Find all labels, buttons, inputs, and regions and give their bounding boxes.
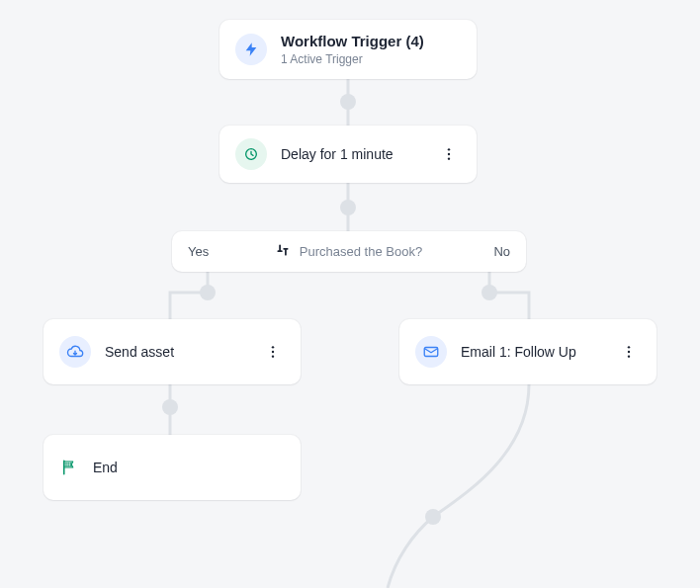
no-label: No [493, 244, 510, 259]
svg-point-14 [272, 351, 274, 353]
svg-point-1 [340, 94, 356, 110]
condition-icon [276, 243, 290, 260]
condition-no-branch[interactable]: No [478, 231, 526, 272]
condition-center: Purchased the Book? [172, 231, 526, 272]
end-node[interactable]: End [44, 435, 301, 500]
send-asset-node[interactable]: Send asset [44, 319, 301, 384]
svg-point-15 [272, 355, 274, 357]
condition-question: Purchased the Book? [300, 244, 422, 259]
send-asset-label: Send asset [105, 344, 174, 360]
delay-label: Delay for 1 minute [281, 146, 394, 162]
svg-point-12 [448, 157, 450, 159]
svg-point-18 [628, 351, 630, 353]
end-label: End [93, 460, 118, 475]
email1-label: Email 1: Follow Up [461, 344, 576, 360]
email1-node[interactable]: Email 1: Follow Up [399, 319, 656, 384]
svg-point-10 [448, 148, 450, 150]
svg-point-11 [448, 153, 450, 155]
delay-menu-button[interactable] [437, 142, 461, 166]
trigger-text: Workflow Trigger (4) 1 Active Trigger [281, 33, 424, 67]
clock-icon [235, 138, 267, 170]
svg-point-17 [628, 346, 630, 348]
trigger-title: Workflow Trigger (4) [281, 33, 424, 51]
svg-point-13 [272, 346, 274, 348]
mail-icon [415, 336, 447, 368]
email1-menu-button[interactable] [617, 340, 641, 364]
svg-point-5 [481, 285, 497, 300]
trigger-node[interactable]: Workflow Trigger (4) 1 Active Trigger [219, 20, 477, 79]
svg-point-8 [425, 509, 441, 525]
svg-point-7 [162, 399, 178, 415]
trigger-subtitle: 1 Active Trigger [281, 52, 424, 66]
lightning-icon [235, 34, 267, 65]
cloud-download-icon [59, 336, 91, 368]
flag-icon [59, 458, 79, 477]
svg-point-3 [340, 200, 356, 215]
condition-node[interactable]: Yes Purchased the Book? No [172, 231, 526, 272]
delay-node[interactable]: Delay for 1 minute [219, 126, 477, 183]
svg-point-19 [628, 355, 630, 357]
send-asset-menu-button[interactable] [261, 340, 285, 364]
workflow-canvas[interactable]: Workflow Trigger (4) 1 Active Trigger De… [0, 0, 700, 588]
svg-point-4 [200, 285, 216, 300]
